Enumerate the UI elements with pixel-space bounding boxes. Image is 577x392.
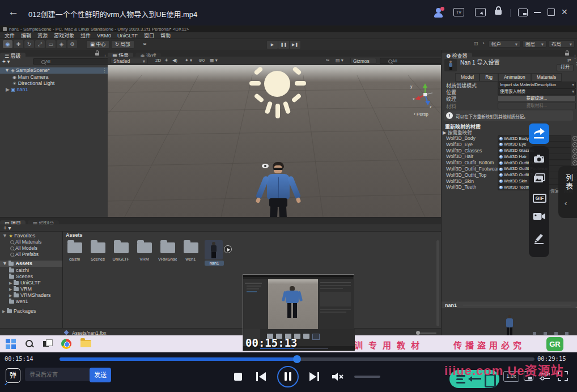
pen-edit-icon[interactable] — [533, 232, 545, 244]
camera-dropdown-icon[interactable]: ▤ ▾ — [336, 58, 343, 63]
status-icon[interactable] — [554, 332, 558, 335]
object-picker-icon[interactable] — [572, 136, 577, 141]
hierarchy-add-button[interactable]: + ▾ — [2, 58, 10, 65]
volume-slider[interactable] — [354, 376, 380, 378]
snap-icon[interactable]: ≍ — [143, 41, 147, 46]
audio-toggle-icon[interactable]: ◀) — [172, 58, 177, 63]
minimize-button[interactable] — [534, 12, 541, 13]
asset-folder-tile[interactable]: Scenes — [88, 240, 107, 262]
slider-knob[interactable] — [416, 331, 420, 335]
chat-input[interactable] — [25, 368, 92, 381]
lock-icon[interactable] — [495, 10, 502, 15]
scale-tool-icon[interactable]: ⤢ — [35, 40, 45, 48]
back-icon[interactable]: ← — [8, 6, 19, 18]
asset-folder-tile[interactable]: VRMShade... — [158, 240, 177, 262]
persp-label[interactable]: ‹ Persp — [414, 112, 428, 117]
view-tool-icon[interactable]: ◉ — [3, 40, 12, 48]
share-button[interactable] — [529, 123, 549, 144]
menu-item[interactable]: 组件 — [80, 32, 91, 39]
start-button-icon[interactable] — [6, 339, 16, 349]
mini-player-icon[interactable] — [518, 8, 528, 16]
send-button[interactable]: 发送 — [90, 368, 111, 382]
screen-project-icon[interactable] — [475, 8, 486, 16]
import-tab[interactable]: Materials — [531, 73, 562, 82]
material-creation-dropdown[interactable]: Import via MaterialDescription — [498, 82, 576, 88]
object-picker-icon[interactable] — [572, 148, 577, 154]
task-view-icon[interactable] — [43, 339, 52, 348]
hierarchy-row-light[interactable]: ☀ Directional Light — [12, 80, 54, 87]
tree-folder-row[interactable]: ▶ UniGLTF — [9, 280, 50, 286]
extract-materials-button[interactable]: 提取材料... — [498, 103, 576, 109]
location-dropdown[interactable]: 使用嵌入材质 — [498, 88, 576, 95]
scene-row-menu-icon[interactable] — [102, 67, 107, 74]
tree-folder-row[interactable]: Scenes — [9, 274, 50, 280]
assets-root-row[interactable]: ▼ Assets — [0, 261, 62, 267]
status-icon[interactable] — [533, 332, 536, 335]
stop-button[interactable] — [234, 373, 242, 381]
favorites-row[interactable]: ▼ ★ Favorites — [2, 233, 35, 239]
next-button[interactable] — [309, 372, 319, 381]
tree-folder-row[interactable]: ▶ VRMShaders — [9, 292, 50, 299]
danmaku-toggle[interactable]: 弹 ✓ — [6, 368, 20, 383]
file-explorer-icon[interactable] — [80, 340, 91, 347]
tool-settings-icon[interactable]: ✂ — [326, 58, 330, 63]
rotate-tool-icon[interactable]: ↻ — [24, 40, 34, 48]
close-button[interactable]: ✕ — [561, 7, 568, 16]
transform-tool-icon[interactable]: ◈ — [57, 40, 66, 48]
favorite-item[interactable]: All Prefabs — [10, 252, 41, 258]
gif-icon[interactable]: GIF — [533, 194, 546, 203]
tree-folder-row[interactable]: ▶ VRM — [9, 286, 50, 292]
video-record-icon[interactable] — [533, 212, 546, 221]
hidden-objects-icon[interactable]: ⊘0 — [198, 58, 205, 63]
menu-item[interactable]: 帮助 — [160, 32, 171, 39]
previous-button[interactable] — [256, 372, 266, 381]
maximize-button[interactable] — [548, 8, 555, 16]
project-scrollbar[interactable] — [436, 240, 439, 326]
collapse-chevron-icon[interactable]: ‹ — [565, 199, 567, 207]
asset-folder-tile[interactable]: caizhi — [65, 240, 84, 262]
grid-dropdown-icon[interactable]: ▦ ▾ — [210, 58, 218, 63]
hierarchy-lock-icon[interactable] — [95, 53, 99, 56]
image-gallery-icon[interactable] — [533, 173, 546, 184]
taskbar-search-icon[interactable] — [25, 339, 34, 348]
menu-item[interactable]: VRM0 — [97, 33, 111, 39]
eye-gizmo-icon[interactable] — [262, 164, 269, 168]
hierarchy-row-camera[interactable]: ◉ Main Camera — [12, 74, 49, 80]
scene-viewport[interactable]: y x z ‹ Persp — [108, 65, 441, 217]
project-add-button[interactable]: + ▾ — [3, 225, 11, 231]
asset-folder-tile[interactable]: VRM — [135, 240, 154, 262]
import-tab[interactable]: Model — [455, 73, 480, 82]
menu-item[interactable]: 文件 — [5, 32, 15, 39]
status-icon[interactable] — [565, 332, 568, 335]
account-avatar-icon[interactable] — [433, 7, 444, 18]
orientation-gizmo[interactable] — [414, 83, 436, 108]
hierarchy-search-input[interactable]: All — [33, 58, 111, 65]
favorite-item[interactable]: All Models — [10, 245, 41, 252]
seek-thumb[interactable] — [293, 355, 301, 363]
step-button-unity[interactable]: ▶❚ — [289, 40, 301, 49]
inspector-presets-icon[interactable]: ⇄ — [567, 58, 571, 63]
rect-tool-icon[interactable]: ▭ — [46, 40, 56, 48]
2d-toggle[interactable]: 2D — [155, 58, 161, 63]
services-icon[interactable]: ◔ — [482, 41, 485, 46]
play-pause-button[interactable] — [277, 366, 299, 387]
menu-item[interactable]: 窗口 — [144, 32, 154, 39]
scene-search-input[interactable]: All — [380, 58, 444, 64]
object-picker-icon[interactable] — [572, 160, 577, 165]
object-picker-icon[interactable] — [572, 142, 577, 147]
hierarchy-row-model[interactable]: ▶ ▣ nan1 — [6, 87, 28, 93]
pause-button-unity[interactable]: ❚❚ — [278, 40, 290, 49]
status-icon[interactable] — [544, 332, 547, 335]
import-tab[interactable]: Animation — [498, 73, 531, 82]
inspector-header-menu-icon[interactable] — [574, 58, 577, 68]
asset-folder-tile[interactable]: wen1 — [181, 240, 200, 262]
gizmos-dropdown[interactable]: Gizmos — [350, 58, 376, 64]
space-toggle-button[interactable]: ↻ 局部 — [111, 40, 134, 49]
asset-play-badge[interactable] — [224, 245, 232, 253]
mute-button[interactable] — [332, 372, 345, 381]
menu-item[interactable]: UniGLTF — [117, 33, 138, 39]
inspector-lock-icon[interactable] — [565, 53, 569, 56]
tv-cast-icon[interactable]: TV — [453, 8, 464, 16]
menu-item[interactable]: 编辑 — [21, 32, 31, 39]
move-tool-icon[interactable]: ✚ — [14, 40, 23, 48]
